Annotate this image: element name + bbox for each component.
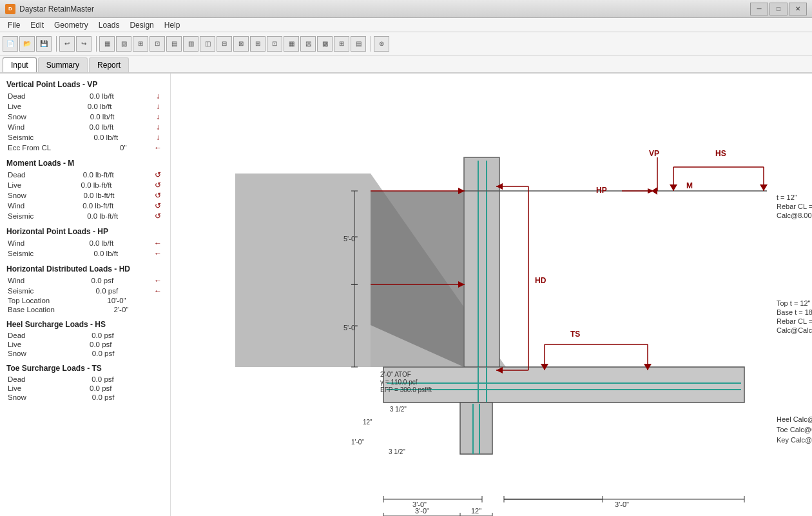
tb-save[interactable]: 💾	[36, 36, 52, 52]
section-hd-title: Horizontal Distributed Loads - HD	[6, 264, 164, 273]
tb-b14[interactable]: ▩	[317, 36, 333, 52]
hp-wind-label: Wind	[8, 239, 24, 247]
m-snow-icon[interactable]: ↺	[153, 191, 162, 200]
hs-dead-row: Dead 0.0 psf	[6, 332, 164, 339]
key-base-t: Base t = 18"	[777, 308, 812, 316]
m-live-value: 0.0 lb-ft/ft	[61, 181, 112, 189]
tb-b2[interactable]: ▧	[116, 36, 131, 52]
m-wind-icon[interactable]: ↺	[153, 201, 162, 210]
label-HD: HD	[535, 276, 546, 285]
tb-redo[interactable]: ↪	[76, 36, 92, 52]
tb-b11[interactable]: ⊡	[267, 36, 282, 52]
stem-t: t = 12"	[777, 194, 797, 201]
hs-live-label: Live	[8, 341, 21, 348]
m-dead-row: Dead 0.0 lb-ft/ft ↺	[6, 170, 164, 179]
m-wind-value: 0.0 lb-ft/ft	[62, 202, 113, 210]
menu-design[interactable]: Design	[124, 19, 159, 31]
hd-wind-label: Wind	[8, 277, 24, 284]
vp-wind-value: 0.0 lb/ft	[62, 123, 113, 131]
tb-b3[interactable]: ⊞	[133, 36, 148, 52]
close-button[interactable]: ✕	[789, 3, 807, 15]
tb-new[interactable]: 📄	[3, 36, 18, 52]
dim-1ft: 1'-0"	[351, 439, 364, 446]
vp-seismic-value: 0.0 lb/ft	[66, 134, 118, 141]
section-ts-title: Toe Surcharge Loads - TS	[6, 364, 164, 373]
m-seismic-icon[interactable]: ↺	[153, 212, 162, 221]
vp-ecc-row: Ecc From CL 0" ←	[6, 143, 164, 152]
vp-dead-value: 0.0 lb/ft	[63, 92, 114, 100]
hs-live-row: Live 0.0 psf	[6, 341, 164, 348]
window-controls: ─ □ ✕	[750, 3, 807, 15]
m-live-icon[interactable]: ↺	[153, 181, 162, 190]
vp-snow-row: Snow 0.0 lb/ft ↓	[6, 112, 164, 121]
hd-wind-icon[interactable]: ←	[153, 276, 162, 285]
hp-wind-row: Wind 0.0 lb/ft ←	[6, 239, 164, 248]
vp-ecc-icon[interactable]: ←	[153, 143, 162, 152]
vp-dead-icon[interactable]: ↓	[153, 92, 162, 101]
m-dead-icon[interactable]: ↺	[153, 170, 162, 179]
menu-geometry[interactable]: Geometry	[49, 19, 93, 31]
tb-b7[interactable]: ◫	[200, 36, 215, 52]
m-seismic-label: Seismic	[8, 212, 34, 220]
hd-seismic-icon[interactable]: ←	[153, 286, 162, 295]
tb-b12[interactable]: ▦	[284, 36, 299, 52]
section-m-title: Moment Loads - M	[6, 159, 164, 168]
tb-b17[interactable]: ⊛	[374, 36, 389, 52]
dim-key-left: 3'-0"	[415, 507, 429, 515]
minimize-button[interactable]: ─	[750, 3, 768, 15]
svg-rect-7	[383, 367, 744, 402]
menu-edit[interactable]: Edit	[25, 19, 49, 31]
tb-b15[interactable]: ⊞	[334, 36, 349, 52]
ts-dead-row: Dead 0.0 psf	[6, 375, 164, 383]
dim-left-top: 5'-0"	[343, 235, 358, 243]
menu-help[interactable]: Help	[159, 19, 186, 31]
hp-seismic-value: 0.0 lb/ft	[66, 250, 118, 257]
tb-b9[interactable]: ⊠	[233, 36, 249, 52]
m-seismic-value: 0.0 lb-ft/ft	[66, 212, 118, 220]
menu-loads[interactable]: Loads	[93, 19, 125, 31]
tb-b1[interactable]: ▦	[99, 36, 115, 52]
ts-dead-label: Dead	[8, 375, 26, 383]
tb-b10[interactable]: ⊞	[250, 36, 266, 52]
tb-undo[interactable]: ↩	[59, 36, 75, 52]
hs-snow-label: Snow	[8, 350, 26, 357]
maximize-button[interactable]: □	[769, 3, 788, 15]
hd-seismic-value: 0.0 psf	[66, 287, 118, 295]
vp-snow-icon[interactable]: ↓	[153, 112, 162, 121]
tb-b4[interactable]: ⊡	[150, 36, 165, 52]
vp-wind-icon[interactable]: ↓	[153, 123, 162, 132]
tb-open[interactable]: 📂	[19, 36, 35, 52]
tb-b16[interactable]: ▤	[351, 36, 366, 52]
tb-b5[interactable]: ▤	[166, 36, 182, 52]
menu-file[interactable]: File	[3, 19, 25, 31]
hp-wind-icon[interactable]: ←	[153, 239, 162, 248]
stem-calc: Calc@8.00"	[777, 212, 812, 219]
ts-live-value: 0.0 psf	[61, 384, 112, 392]
tb-b13[interactable]: ▨	[300, 36, 316, 52]
hp-seismic-row: Seismic 0.0 lb/ft ←	[6, 249, 164, 258]
tb-b6[interactable]: ▥	[183, 36, 198, 52]
m-wind-label: Wind	[8, 202, 24, 210]
tab-report[interactable]: Report	[89, 57, 129, 72]
hp-seismic-label: Seismic	[8, 250, 34, 257]
vp-live-label: Live	[8, 103, 21, 110]
hd-seismic-label: Seismic	[8, 287, 34, 295]
title-bar: D Daystar RetainMaster ─ □ ✕	[0, 0, 812, 18]
vp-live-icon[interactable]: ↓	[153, 102, 162, 111]
hd-baseloc-row: Base Location 2'-0"	[6, 306, 164, 313]
foot-key: Key Calc@Calc	[777, 436, 812, 444]
hs-dead-value: 0.0 psf	[63, 332, 114, 339]
tab-summary[interactable]: Summary	[38, 57, 88, 72]
key-rebarcl: Rebar CL = 3 1/2"	[777, 317, 812, 325]
ts-snow-label: Snow	[8, 393, 26, 401]
tb-b8[interactable]: ⊟	[217, 36, 232, 52]
hp-seismic-icon[interactable]: ←	[153, 249, 162, 258]
tab-input[interactable]: Input	[3, 57, 37, 72]
dim-footing-toe: 3'-0"	[615, 501, 629, 508]
vp-live-row: Live 0.0 lb/ft ↓	[6, 102, 164, 111]
section-hs-title: Heel Surcharge Loads - HS	[6, 320, 164, 329]
vp-dead-label: Dead	[8, 92, 26, 100]
vp-seismic-icon[interactable]: ↓	[153, 133, 162, 142]
main-content: Vertical Point Loads - VP Dead 0.0 lb/ft…	[0, 74, 812, 516]
svg-rect-12	[460, 402, 492, 454]
